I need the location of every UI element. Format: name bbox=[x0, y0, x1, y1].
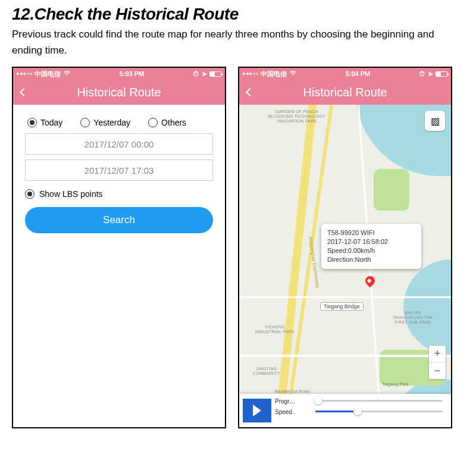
map-label: Tiegang Park bbox=[382, 382, 409, 387]
wifi-icon bbox=[63, 70, 71, 77]
status-bar: 中国电信 5:04 PM ⏱ ➤ bbox=[239, 68, 451, 80]
signal-icon bbox=[243, 73, 258, 75]
nav-bar: Historical Route bbox=[239, 80, 451, 105]
page-title: 12.Check the Historical Route bbox=[12, 5, 464, 24]
carrier-label: 中国电信 bbox=[261, 70, 287, 79]
alarm-icon: ⏱ bbox=[419, 70, 425, 77]
location-icon: ➤ bbox=[428, 70, 433, 78]
alarm-icon: ⏱ bbox=[193, 70, 199, 77]
map-label: JINGTING COMMUNITY bbox=[243, 367, 290, 375]
phone-screen-map: 中国电信 5:04 PM ⏱ ➤ Historical Route bbox=[238, 67, 452, 428]
carrier-label: 中国电信 bbox=[35, 70, 61, 79]
map-layers-button[interactable]: ▨ bbox=[425, 111, 445, 131]
callout-device: T58-99920 WIFI bbox=[327, 228, 415, 237]
map-road bbox=[239, 296, 451, 298]
signal-icon bbox=[17, 73, 32, 75]
lbs-label: Show LBS points bbox=[39, 189, 103, 199]
zoom-controls: + − bbox=[428, 345, 446, 380]
map-view[interactable]: GARDEN OF PEACH BLOSSOMS TECHNOLOGY INNO… bbox=[239, 105, 451, 427]
phone-screen-search: 中国电信 5:03 PM ⏱ ➤ Historical Route T bbox=[12, 67, 226, 428]
radio-others-label: Others bbox=[161, 118, 186, 127]
speed-label: Speed… bbox=[275, 409, 295, 415]
search-button[interactable]: Search bbox=[25, 207, 213, 233]
progress-slider[interactable] bbox=[298, 397, 443, 403]
pin-icon bbox=[364, 274, 377, 288]
radio-others[interactable]: Others bbox=[148, 118, 186, 127]
playback-bar: Progr… Speed… bbox=[239, 394, 451, 427]
status-time: 5:04 PM bbox=[297, 70, 419, 77]
zoom-in-button[interactable]: + bbox=[429, 346, 446, 362]
speed-slider[interactable] bbox=[298, 408, 443, 414]
map-label: Baotian 1st Road bbox=[275, 389, 310, 394]
radio-icon bbox=[148, 118, 158, 127]
page-description: Previous track could find the route map … bbox=[12, 26, 464, 58]
status-time: 5:03 PM bbox=[71, 70, 193, 77]
play-icon bbox=[253, 405, 261, 416]
map-park bbox=[374, 169, 409, 211]
nav-title: Historical Route bbox=[13, 86, 225, 99]
map-label: YICHENG INDUSTRIAL PARK bbox=[251, 325, 299, 334]
radio-today[interactable]: Today bbox=[27, 118, 62, 127]
screenshots-row: 中国电信 5:03 PM ⏱ ➤ Historical Route T bbox=[12, 67, 464, 428]
callout-datetime: 2017-12-07 16:58:02 bbox=[327, 237, 415, 246]
status-bar: 中国电信 5:03 PM ⏱ ➤ bbox=[13, 68, 225, 80]
callout-info: Speed:0.00km/h Direction:North bbox=[327, 246, 415, 264]
radio-yesterday-label: Yesterday bbox=[93, 118, 130, 127]
radio-today-label: Today bbox=[40, 118, 62, 127]
progress-label: Progr… bbox=[275, 398, 295, 405]
location-callout: T58-99920 WIFI 2017-12-07 16:58:02 Speed… bbox=[321, 224, 421, 268]
nav-title: Historical Route bbox=[239, 86, 451, 99]
battery-icon bbox=[436, 71, 447, 77]
bridge-badge: Tiegang Bridge bbox=[320, 302, 364, 311]
map-label: BAO'AN TAOHUAYUAN THE FIRST SUB-PARK bbox=[389, 311, 437, 324]
radio-yesterday[interactable]: Yesterday bbox=[80, 118, 130, 127]
search-form: Today Yesterday Others 2017/12/07 00:00 … bbox=[13, 105, 225, 427]
radio-icon bbox=[27, 118, 37, 127]
radio-lbs[interactable] bbox=[25, 189, 35, 199]
play-button[interactable] bbox=[243, 399, 271, 422]
location-icon: ➤ bbox=[202, 70, 207, 78]
start-time-input[interactable]: 2017/12/07 00:00 bbox=[25, 133, 213, 155]
wifi-icon bbox=[289, 70, 297, 77]
map-label: GARDEN OF PEACH BLOSSOMS TECHNOLOGY INNO… bbox=[264, 109, 330, 123]
layers-icon: ▨ bbox=[431, 115, 440, 127]
nav-bar: Historical Route bbox=[13, 80, 225, 105]
end-time-input[interactable]: 2017/12/07 17:03 bbox=[25, 159, 213, 181]
zoom-out-button[interactable]: − bbox=[429, 362, 446, 379]
battery-icon bbox=[209, 71, 221, 77]
map-water bbox=[403, 259, 451, 355]
map-road bbox=[239, 355, 451, 357]
radio-icon bbox=[80, 118, 90, 127]
